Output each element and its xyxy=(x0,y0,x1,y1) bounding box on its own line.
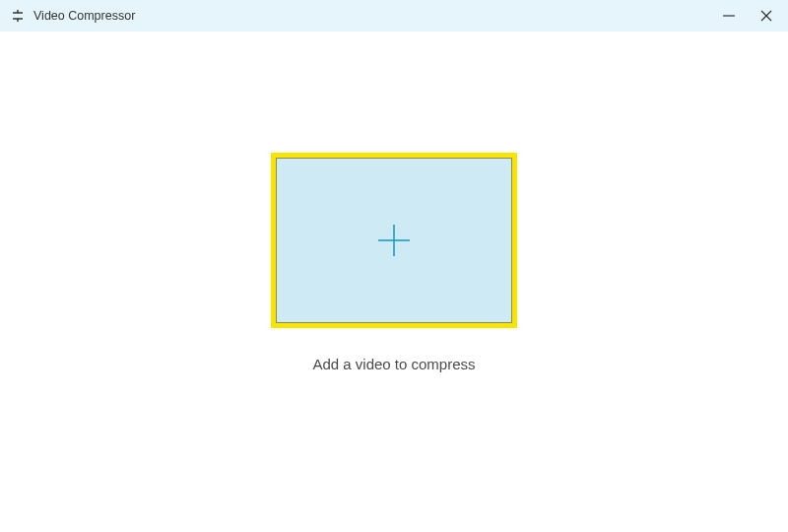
add-video-prompt: Add a video to compress xyxy=(312,356,475,372)
compressor-icon xyxy=(10,8,26,24)
close-icon xyxy=(759,9,773,23)
titlebar-left: Video Compressor xyxy=(10,8,135,24)
plus-icon xyxy=(374,221,414,260)
add-video-dropzone[interactable] xyxy=(271,153,517,328)
main-area: Add a video to compress xyxy=(0,32,788,532)
app-title: Video Compressor xyxy=(33,9,135,23)
close-button[interactable] xyxy=(756,6,776,26)
dropzone-inner xyxy=(276,158,512,323)
titlebar: Video Compressor xyxy=(0,0,788,32)
minimize-button[interactable] xyxy=(719,6,739,26)
minimize-icon xyxy=(722,9,736,23)
window-controls xyxy=(719,6,776,26)
